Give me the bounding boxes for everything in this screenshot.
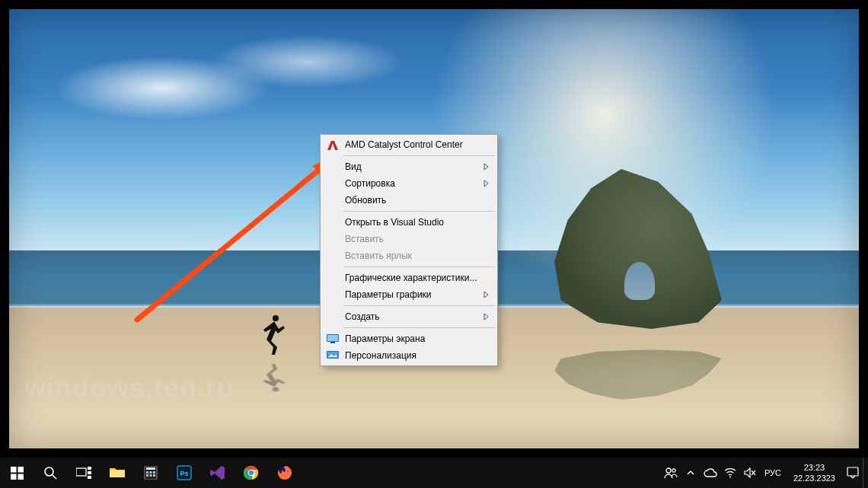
chrome-icon [244, 465, 259, 480]
search-icon [43, 466, 57, 480]
menu-item-paste-shortcut: Вставить ярлык [322, 247, 496, 264]
photoshop-icon: Ps [177, 465, 192, 480]
people-icon [664, 467, 678, 479]
svg-text:Ps: Ps [180, 470, 188, 477]
tray-volume[interactable] [740, 458, 760, 488]
svg-rect-20 [110, 470, 125, 477]
taskbar-app-calculator[interactable] [134, 458, 168, 488]
taskbar-app-photoshop[interactable]: Ps [168, 458, 201, 488]
wallpaper-runner [260, 314, 288, 356]
taskbar-app-visual-studio[interactable] [201, 458, 235, 488]
svg-rect-26 [146, 474, 148, 477]
chevron-up-icon [687, 469, 694, 477]
clock-date: 22.23.2323 [793, 473, 835, 483]
menu-item-label: Обновить [345, 195, 386, 206]
svg-marker-4 [327, 141, 338, 150]
tray-overflow[interactable] [681, 458, 700, 488]
taskbar-app-chrome[interactable] [235, 458, 268, 488]
tray-clock[interactable]: 23:23 22.23.2323 [786, 459, 843, 486]
menu-item-label: Открыть в Visual Studio [345, 217, 444, 228]
svg-rect-39 [847, 467, 858, 476]
menu-item-new[interactable]: Создать [322, 308, 496, 325]
cloud-icon [704, 468, 717, 477]
svg-rect-27 [150, 474, 152, 477]
menu-item-open-visual-studio[interactable]: Открыть в Visual Studio [322, 214, 496, 231]
svg-point-36 [666, 468, 671, 473]
svg-rect-28 [153, 474, 155, 477]
svg-point-37 [672, 469, 675, 472]
svg-rect-16 [76, 468, 86, 476]
svg-line-15 [53, 475, 56, 479]
taskbar-app-explorer[interactable] [101, 458, 134, 488]
svg-point-0 [273, 315, 279, 321]
firefox-icon [277, 465, 292, 480]
clock-time: 23:23 [793, 462, 835, 473]
menu-item-graphics-options[interactable]: Параметры графики [322, 286, 496, 303]
menu-item-label: Вставить ярлык [345, 250, 412, 261]
desktop-context-menu: AMD Catalyst Control Center Вид Сортиров… [320, 134, 498, 366]
menu-item-label: Параметры графики [345, 289, 432, 300]
menu-item-personalize[interactable]: Персонализация [322, 347, 496, 364]
svg-rect-25 [153, 471, 155, 474]
svg-rect-6 [327, 335, 338, 341]
svg-point-14 [45, 467, 53, 476]
notification-icon [847, 467, 859, 479]
menu-item-label: Вид [345, 161, 362, 172]
menu-item-label: Параметры экрана [345, 333, 425, 344]
submenu-arrow-icon [483, 291, 490, 298]
svg-rect-13 [18, 474, 24, 480]
personalize-icon [327, 349, 339, 362]
submenu-arrow-icon [483, 163, 490, 171]
tray-action-center[interactable] [843, 458, 863, 488]
menu-separator [343, 327, 495, 328]
menu-separator [343, 305, 495, 306]
calculator-icon [144, 466, 158, 480]
search-button[interactable] [34, 458, 67, 488]
menu-separator [343, 266, 495, 267]
file-explorer-icon [110, 467, 125, 479]
svg-rect-18 [88, 471, 91, 474]
taskbar-right: РУС 23:23 22.23.2323 [661, 458, 868, 488]
menu-item-refresh[interactable]: Обновить [322, 192, 496, 209]
amd-icon [327, 139, 339, 151]
taskbar-left: Ps [0, 458, 302, 488]
tray-people[interactable] [661, 458, 681, 488]
taskbar-spacer [302, 458, 661, 488]
language-label: РУС [764, 468, 781, 477]
svg-point-1 [273, 388, 279, 392]
tray-network[interactable] [720, 458, 740, 488]
wallpaper-rock [554, 169, 722, 329]
menu-item-sort[interactable]: Сортировка [322, 175, 496, 192]
submenu-arrow-icon [483, 180, 490, 187]
svg-rect-10 [11, 467, 17, 473]
menu-item-label: AMD Catalyst Control Center [345, 139, 463, 150]
wifi-icon [724, 467, 736, 478]
tray-language[interactable]: РУС [760, 458, 786, 488]
svg-rect-24 [150, 471, 152, 474]
svg-rect-23 [146, 471, 148, 474]
svg-rect-7 [330, 342, 335, 343]
show-desktop-button[interactable] [863, 458, 868, 488]
menu-item-amd[interactable]: AMD Catalyst Control Center [322, 136, 496, 153]
menu-item-label: Создать [345, 311, 380, 322]
menu-item-graphics-properties[interactable]: Графические характеристики... [322, 270, 496, 286]
menu-item-view[interactable]: Вид [322, 158, 496, 175]
display-settings-icon [327, 333, 339, 345]
task-view-button[interactable] [67, 458, 101, 488]
svg-rect-22 [146, 467, 155, 470]
volume-mute-icon [744, 467, 756, 478]
start-button[interactable] [0, 458, 34, 488]
taskbar-app-firefox[interactable] [268, 458, 302, 488]
menu-item-label: Сортировка [345, 178, 395, 189]
submenu-arrow-icon [483, 313, 490, 321]
tray-onedrive[interactable] [700, 458, 720, 488]
menu-item-display-settings[interactable]: Параметры экрана [322, 330, 496, 347]
menu-separator [343, 155, 495, 156]
svg-rect-11 [18, 467, 24, 473]
svg-rect-19 [88, 476, 91, 479]
svg-rect-17 [88, 467, 91, 470]
menu-separator [343, 211, 495, 212]
visual-studio-icon [210, 465, 225, 480]
svg-rect-12 [11, 474, 17, 480]
menu-item-paste: Вставить [322, 231, 496, 247]
